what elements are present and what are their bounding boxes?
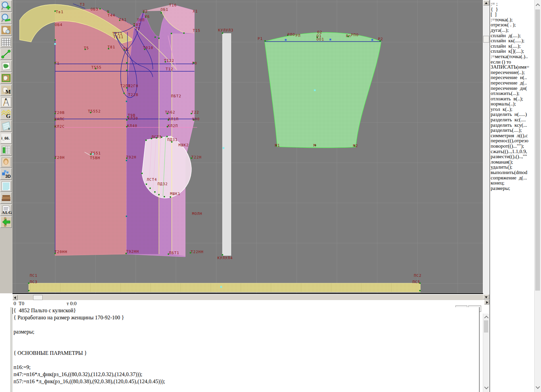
books-tool[interactable] (0, 192, 12, 204)
editor-vscroll-up-icon[interactable] (483, 314, 489, 320)
command-item[interactable]: симметрия л((),с (490, 133, 534, 139)
command-item[interactable]: конец; (490, 180, 534, 186)
svg-text:Т92НН: Т92НН (126, 249, 139, 254)
canvas-vscroll-down-icon[interactable] (483, 294, 489, 299)
command-item[interactable]: сопряжение д(... (490, 175, 534, 181)
grid-tool[interactable] (0, 36, 12, 48)
command-item[interactable]: разделить кс(.... (490, 117, 534, 123)
layout-map-tool[interactable] (0, 60, 12, 72)
piece-m-tool[interactable]: M (0, 84, 12, 96)
command-item[interactable]: развести((),()..,"" (490, 154, 534, 160)
command-item[interactable]: ЗАПИСАТЬ(имя= (490, 65, 534, 70)
svg-text:Т5: Т5 (84, 46, 89, 50)
pattern-drawing: Т3ОБ3Т16ОБ1Х1Тв1ОБ4хТ44ТА1Х2Т6Т6ПТ07Т7Т1… (13, 0, 483, 293)
command-item[interactable]: сжать(()..,1.1,0.9, (490, 149, 534, 154)
command-item[interactable]: перенос((),отрезо (490, 138, 534, 144)
svg-text:Т6: Т6 (145, 15, 150, 19)
svg-text:Х2: Х2 (143, 9, 148, 14)
command-item[interactable]: :=точка(.); (490, 17, 534, 23)
svg-text:ОБ3: ОБ3 (91, 7, 98, 11)
editor-line: { Разработано на размер женщины 170-92-1… (14, 315, 124, 322)
measure-tool[interactable] (0, 48, 12, 60)
command-item[interactable]: := ; (490, 1, 534, 7)
command-item[interactable]: угол к(..); (490, 107, 534, 112)
command-item[interactable]: разделить(....); (490, 128, 534, 133)
canvas-vscroll-up-icon[interactable] (483, 0, 489, 5)
pattern-pieces[interactable] (20, 4, 420, 292)
size-table-tool[interactable] (0, 144, 12, 156)
command-item[interactable]: ломаная(); (490, 160, 534, 165)
command-item[interactable]: если () то (490, 59, 534, 65)
svg-text:Т12: Т12 (166, 67, 173, 71)
command-item[interactable]: пересечение н(.. (490, 75, 534, 80)
command-item[interactable]: пересечение д(.. (490, 80, 534, 86)
canvas-vscroll-track[interactable] (483, 0, 489, 300)
command-item[interactable]: отложить в(..); (490, 96, 534, 102)
canvas-hscroll-track[interactable] (13, 295, 483, 300)
i66-tool[interactable]: i_66. (0, 132, 12, 144)
command-item[interactable]: :=метка(точка(.).. (490, 54, 534, 59)
pattern-canvas[interactable]: Т3ОБ3Т16ОБ1Х1Тв1ОБ4хТ44ТА1Х2Т6Т6ПТ07Т7Т1… (13, 0, 483, 293)
command-item[interactable]: сплайн кк(.....); (490, 38, 534, 44)
svg-text:ПС2: ПС2 (414, 273, 422, 278)
piece-contour-tool[interactable] (0, 72, 12, 84)
canvas-vscroll-thumb[interactable] (483, 36, 489, 43)
panel-vscroll-up-icon[interactable] (534, 1, 541, 8)
toolbar: MАG8i_66.3DALG (0, 0, 13, 293)
svg-text:Тб62: Тб62 (165, 110, 175, 115)
command-item[interactable]: пересечение дн( (490, 86, 534, 91)
blueprint-tool[interactable]: 8 (0, 120, 12, 132)
svg-text:КУЛУЛ4: КУЛУЛ4 (217, 256, 233, 260)
command-item[interactable]: [ ] (490, 12, 534, 17)
zoom-in-tool[interactable] (0, 0, 12, 12)
view-piece-tool[interactable] (0, 24, 12, 36)
panel-vscroll-down-icon[interactable] (534, 384, 541, 391)
svg-text:Т122: Т122 (164, 58, 174, 63)
text-list-tool[interactable] (0, 180, 12, 192)
command-item[interactable]: размеры; (490, 186, 534, 191)
command-item[interactable]: разделить ксу(... (490, 123, 534, 128)
svg-text:МШК2: МШК2 (179, 143, 189, 147)
code-editor[interactable]: { 4852 Пальто с кулиской}{ Разработано н… (10, 307, 479, 392)
command-item[interactable]: удалить(); (490, 165, 534, 170)
svg-text:М: М (313, 143, 316, 148)
panel-vscroll-thumb[interactable] (535, 9, 540, 291)
graph-g-tool[interactable]: G (0, 108, 12, 120)
command-item[interactable]: { } (490, 7, 534, 12)
svg-text:Т16: Т16 (169, 3, 177, 7)
command-item[interactable]: сплайн д(....); (490, 33, 534, 39)
drafting-tool[interactable]: А (0, 96, 12, 108)
status-position: т 0:0 (67, 301, 76, 307)
canvas-hscroll-thumb[interactable] (33, 295, 43, 300)
svg-text:Т22Н: Т22Н (191, 155, 202, 160)
exit-tool[interactable] (0, 216, 12, 228)
model-photo-tool[interactable] (0, 156, 12, 168)
svg-text:Т8: Т8 (123, 47, 128, 51)
command-item[interactable]: поворот(()...""); (490, 144, 534, 149)
command-item[interactable]: сплайн к(....); (490, 44, 534, 49)
status-bar: 0 Т0 т 0:0 (10, 300, 483, 307)
command-item[interactable]: нормаль(..); (490, 101, 534, 107)
command-item[interactable]: отрезок( . ); (490, 22, 534, 28)
command-item[interactable]: выполнить(dmod (490, 170, 534, 175)
command-item[interactable]: пересечение(..); (490, 70, 534, 75)
hscroll-left-icon[interactable] (13, 295, 18, 300)
svg-text:Т20НН: Т20НН (54, 250, 67, 254)
command-item[interactable]: разделить н(.....) (490, 112, 534, 117)
command-item[interactable]: дуга(...); (490, 28, 534, 33)
alg-tool[interactable]: ALG (0, 204, 12, 216)
svg-text:Т22: Т22 (191, 110, 199, 115)
svg-text:Т6П: Т6П (137, 18, 145, 22)
command-item[interactable]: сплайн к[](....); (490, 49, 534, 54)
editor-vscroll-down-icon[interactable] (483, 385, 489, 390)
command-list: := ;{ }[ ]:=точка(.);отрезок( . );дуга(.… (490, 0, 534, 191)
command-item[interactable]: отложить(...); (490, 91, 534, 96)
svg-text:ПБТ1: ПБТ1 (169, 251, 180, 255)
zoom-out-tool[interactable] (0, 13, 12, 24)
hscroll-right-icon[interactable] (484, 300, 489, 304)
svg-text:РЛ: РЛ (296, 33, 301, 38)
view-3d-tool[interactable]: 3D (0, 168, 12, 180)
svg-text:Т92Н: Т92Н (126, 155, 137, 160)
editor-vscroll-thumb[interactable] (484, 320, 488, 333)
svg-text:ЛСТ3: ЛСТ3 (151, 135, 162, 139)
